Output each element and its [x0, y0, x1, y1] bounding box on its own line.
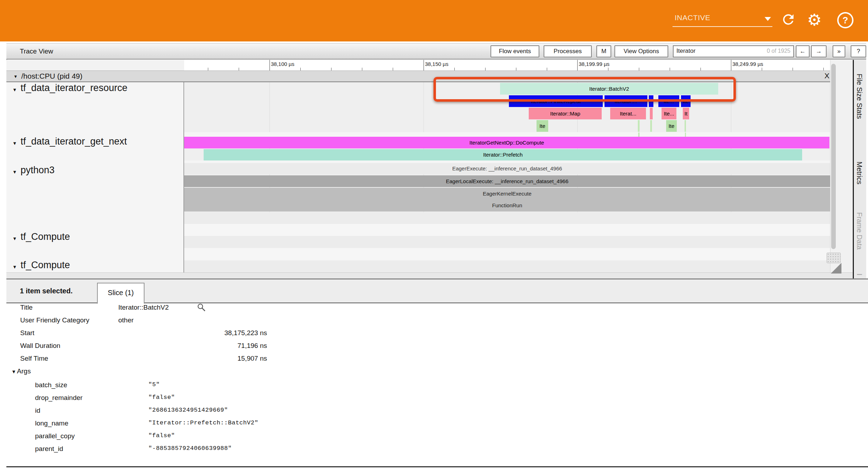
- arg-value: "false": [148, 432, 396, 439]
- side-tab-frame-data[interactable]: Frame Data: [855, 212, 863, 250]
- ruler-minor-tick: [485, 68, 486, 71]
- trace-slice[interactable]: Iterator::Prefetch: [204, 149, 802, 160]
- profiler-trace-viewer: INACTIVE ⚙ ? Trace View Flow events Proc…: [0, 0, 868, 468]
- ruler-major-tick: [731, 60, 731, 71]
- arg-row: batch_size"5": [6, 381, 868, 392]
- detail-row: Wall Duration71,196 ns: [6, 342, 868, 353]
- tool-tab-strip: File Size StatsMetricsFrame DataI: [853, 60, 866, 278]
- side-tab-metrics[interactable]: Metrics: [855, 162, 863, 184]
- timeline-vertical-scrollbar[interactable]: [830, 60, 853, 278]
- collapse-triangle-icon[interactable]: ▼: [13, 74, 18, 79]
- trace-slice[interactable]: Ite: [666, 120, 677, 132]
- ruler-minor-tick: [700, 68, 701, 71]
- ruler-minor-tick: [608, 68, 608, 71]
- resize-triangle-icon[interactable]: [831, 263, 841, 274]
- arg-label: id: [35, 407, 40, 415]
- scrollbar-thumb[interactable]: [831, 64, 836, 249]
- trace-slice[interactable]: [638, 120, 640, 132]
- help-icon[interactable]: ?: [837, 12, 853, 28]
- collapse-triangle-icon[interactable]: ▼: [12, 264, 17, 270]
- processes-button[interactable]: Processes: [544, 45, 592, 57]
- arg-row: id"2686136324951429669": [6, 407, 868, 417]
- trace-slice[interactable]: [685, 120, 686, 132]
- view-options-button[interactable]: View Options: [614, 45, 668, 57]
- trace-slice[interactable]: Iterat...: [610, 108, 646, 119]
- settings-gear-icon[interactable]: ⚙: [807, 9, 822, 30]
- search-input[interactable]: Iterator: [676, 47, 696, 55]
- arg-row: long_name"Iterator::Prefetch::BatchV2": [6, 419, 868, 430]
- track-row-label[interactable]: ▼tf_data_iterator_resource: [6, 83, 183, 96]
- trace-view-toolbar: Trace View Flow events Processes M View …: [6, 43, 866, 60]
- args-collapse-icon[interactable]: ▼: [11, 369, 16, 374]
- detail-value: 38,175,223 ns: [118, 329, 267, 337]
- timeline-row-band: [184, 132, 830, 137]
- track-row-label[interactable]: ▼tf_data_iterator_get_next: [6, 136, 183, 150]
- trace-slice[interactable]: FunctionRun: [184, 199, 830, 212]
- trace-slice[interactable]: [650, 108, 653, 119]
- more-options-button[interactable]: »: [833, 45, 845, 57]
- arg-row: drop_remainder"false": [6, 394, 868, 405]
- track-row-label[interactable]: ▼tf_Compute: [6, 231, 183, 245]
- ruler-tick-label: 38,150 µs: [425, 61, 448, 67]
- trace-slice[interactable]: Iterator::Map: [529, 108, 602, 119]
- timeline-row-band: [184, 212, 830, 224]
- refresh-icon[interactable]: [781, 12, 796, 27]
- trace-slice[interactable]: It: [683, 108, 689, 119]
- ruler-minor-tick: [823, 68, 824, 71]
- collapse-triangle-icon[interactable]: ▼: [12, 87, 17, 92]
- ruler-minor-tick: [670, 68, 670, 71]
- shortcuts-help-button[interactable]: ?: [851, 45, 866, 57]
- track-row-label[interactable]: ▼python3: [6, 165, 183, 178]
- trace-slice[interactable]: [650, 120, 652, 132]
- arg-value: "2686136324951429669": [148, 407, 396, 413]
- track-name: python3: [21, 165, 55, 176]
- track-row-label[interactable]: ▼tf_Compute: [6, 260, 183, 272]
- metadata-button[interactable]: M: [596, 45, 611, 57]
- timeline-canvas[interactable]: Iterator::BatchV2Iterator::FiniteRepeatI…: [184, 82, 830, 272]
- find-control[interactable]: Iterator 0 of 1925: [673, 45, 794, 57]
- trace-slice[interactable]: EagerLocalExecute: __inference_run_datas…: [184, 175, 830, 187]
- details-top-border: [6, 278, 868, 280]
- side-tab-i[interactable]: I: [855, 274, 863, 276]
- process-label: /host:CPU (pid 49): [21, 72, 83, 80]
- timeline-row-band: [184, 160, 830, 163]
- ruler-tick-label: 38,199.99 µs: [579, 61, 609, 67]
- trace-slice[interactable]: EagerKernelExecute: [184, 188, 830, 199]
- collapse-triangle-icon[interactable]: ▼: [12, 169, 17, 175]
- timeline-row-band: [184, 236, 830, 248]
- args-label: Args: [17, 367, 31, 375]
- search-result-count: 0 of 1925: [767, 48, 790, 54]
- side-tab-file-size-stats[interactable]: File Size Stats: [855, 74, 863, 119]
- arg-value: "5": [148, 381, 396, 388]
- capture-mode-value: INACTIVE: [675, 13, 710, 22]
- ruler-minor-tick: [239, 68, 239, 71]
- trace-view-title: Trace View: [20, 47, 53, 55]
- trace-slice[interactable]: Ite: [537, 120, 548, 132]
- horizontal-scroll-strip[interactable]: [6, 272, 853, 278]
- detail-value: other: [118, 316, 267, 324]
- ruler-major-tick: [424, 60, 424, 71]
- find-previous-button[interactable]: ←: [796, 45, 810, 57]
- trace-slice[interactable]: EagerExecute: __inference_run_dataset_49…: [184, 163, 830, 174]
- tab-slice[interactable]: Slice (1): [97, 283, 144, 304]
- arg-label: parent_id: [35, 445, 63, 453]
- resize-grip[interactable]: [827, 253, 841, 263]
- capture-mode-select[interactable]: INACTIVE: [673, 11, 772, 27]
- args-section-header[interactable]: ▼Args: [11, 367, 31, 378]
- magnifier-icon[interactable]: [197, 303, 206, 312]
- collapse-triangle-icon[interactable]: ▼: [12, 236, 17, 241]
- ruler-major-tick: [577, 60, 578, 71]
- detail-value: Iterator::BatchV2: [118, 304, 267, 311]
- arg-label: parallel_copy: [35, 432, 75, 440]
- collapse-triangle-icon[interactable]: ▼: [12, 141, 17, 146]
- detail-row: Start38,175,223 ns: [6, 329, 868, 340]
- trace-slice[interactable]: Ite...: [662, 108, 676, 119]
- selection-highlight-box: [433, 77, 736, 102]
- ruler-minor-tick: [547, 68, 547, 71]
- ruler-minor-tick: [208, 68, 208, 71]
- trace-slice[interactable]: IteratorGetNextOp::DoCompute: [184, 137, 829, 148]
- arg-value: "-8853857924060639988": [148, 445, 396, 452]
- find-next-button[interactable]: →: [811, 45, 827, 57]
- ruler-major-tick: [270, 60, 270, 71]
- flow-events-button[interactable]: Flow events: [490, 45, 539, 57]
